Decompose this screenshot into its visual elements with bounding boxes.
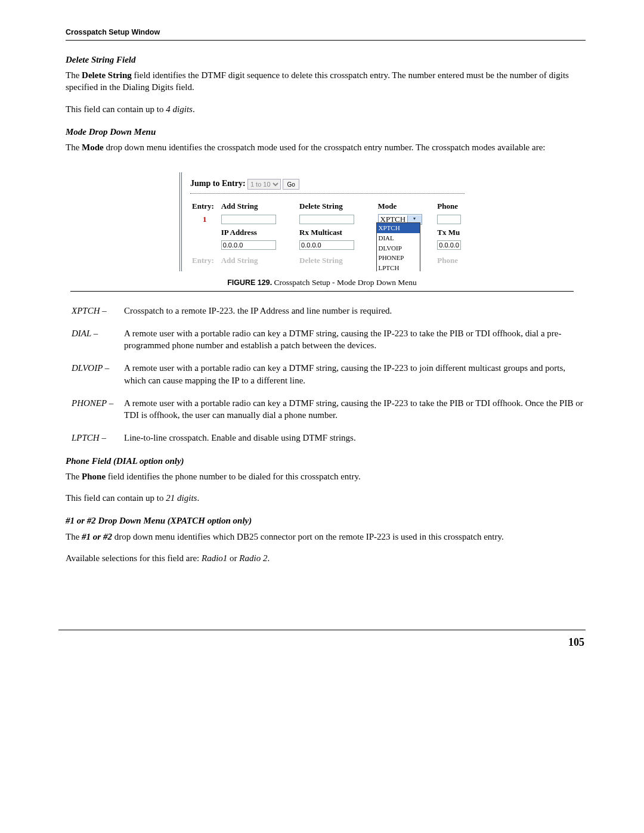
table-row: 1 XPTCH ▾ XPTCH DIAL DLVOIP PHONEP LPTCH: [190, 213, 465, 226]
jump-to-entry-label: Jump to Entry:: [190, 179, 246, 188]
def-row-phonep: PHONEP – A remote user with a portable r…: [72, 397, 586, 422]
table-header-row-grey: Entry: Add String Delete String Mode Pho…: [190, 254, 465, 267]
italic-text: Radio 2: [239, 553, 267, 563]
col-entry: Entry:: [190, 254, 219, 267]
para-phone-2: This field can contain up to 21 digits.: [66, 492, 586, 504]
heading-mode-menu: Mode Drop Down Menu: [66, 126, 586, 138]
table-row: [190, 239, 465, 252]
figure-crosspatch-setup: Jump to Entry: 1 to 10 Go Entry: Add Str…: [179, 172, 465, 271]
def-term: PHONEP –: [72, 397, 124, 422]
table-header-row: Entry: Add String Delete String Mode Pho…: [190, 200, 465, 213]
col-ip-address: IP Address: [219, 226, 298, 239]
figure-caption-text: Crosspatch Setup - Mode Drop Down Menu: [272, 278, 417, 287]
col-rx-multicast: Rx Multicast: [298, 226, 376, 239]
para-onetwo-2: Available selections for this field are:…: [66, 552, 586, 564]
mode-definition-list: XPTCH – Crosspatch to a remote IP-223. t…: [72, 305, 586, 444]
def-desc: A remote user with a portable radio can …: [124, 327, 586, 352]
col-phone: Phone: [435, 254, 465, 267]
mode-option-phonep[interactable]: PHONEP: [377, 253, 420, 263]
col-phone: Phone: [435, 200, 465, 213]
jump-to-entry-row: Jump to Entry: 1 to 10 Go: [190, 178, 465, 190]
delete-string-input[interactable]: [299, 215, 354, 224]
entry-number: 1: [192, 214, 218, 225]
def-row-dial: DIAL – A remote user with a portable rad…: [72, 327, 586, 352]
def-term: LPTCH –: [72, 432, 124, 444]
text: .: [197, 493, 199, 503]
heading-phone-field: Phone Field (DIAL option only): [66, 455, 586, 467]
col-delete-string: Delete String: [298, 254, 376, 267]
def-term: XPTCH –: [72, 305, 124, 317]
mode-option-xptch[interactable]: XPTCH: [377, 223, 420, 233]
mode-option-lptch[interactable]: LPTCH: [377, 263, 420, 271]
italic-text: 4 digits: [166, 104, 193, 114]
go-button[interactable]: Go: [283, 179, 299, 190]
add-string-input[interactable]: [221, 215, 276, 224]
def-desc: Crosspatch to a remote IP-223. the IP Ad…: [124, 305, 586, 317]
para-onetwo-1: The #1 or #2 drop down menu identifies w…: [66, 531, 586, 543]
text: drop down menu identifies which DB25 con…: [112, 532, 504, 541]
text: Available selections for this field are:: [66, 553, 202, 563]
italic-text: Radio1: [202, 553, 227, 563]
col-mode: Mode: [376, 200, 436, 213]
mode-dropdown-list: XPTCH DIAL DLVOIP PHONEP LPTCH: [376, 222, 420, 272]
italic-text: 21 digits: [166, 493, 197, 503]
col-add-string: Add String: [219, 254, 298, 267]
text: This field can contain up to: [66, 104, 166, 114]
para-delete-1: The Delete String field identifies the D…: [66, 69, 586, 94]
def-desc: A remote user with a portable radio can …: [124, 397, 586, 422]
text: field identifies the DTMF digit sequence…: [66, 70, 569, 92]
text: This field can contain up to: [66, 493, 166, 503]
def-row-dlvoip: DLVOIP – A remote user with a portable r…: [72, 362, 586, 386]
text: drop down menu identifies the crosspatch…: [104, 143, 546, 152]
col-tx-multicast: Tx Mu: [435, 226, 465, 239]
heading-one-two-menu: #1 or #2 Drop Down Menu (XPATCH option o…: [66, 515, 586, 527]
page-header: Crosspatch Setup Window: [66, 24, 586, 41]
figure-caption-label: FIGURE 129.: [227, 278, 272, 287]
entry-table: Entry: Add String Delete String Mode Pho…: [190, 200, 465, 267]
text: The: [66, 143, 82, 152]
col-add-string: Add String: [219, 200, 298, 213]
text: .: [267, 553, 270, 563]
col-entry: Entry:: [190, 200, 219, 213]
text: .: [193, 104, 195, 114]
text: The: [66, 472, 82, 481]
def-term: DLVOIP –: [72, 362, 124, 386]
phone-input[interactable]: [437, 215, 461, 224]
def-row-xptch: XPTCH – Crosspatch to a remote IP-223. t…: [72, 305, 586, 317]
jump-to-entry-select[interactable]: 1 to 10: [247, 179, 281, 190]
heading-delete-string: Delete String Field: [66, 54, 586, 66]
caption-rule: [70, 291, 574, 292]
text: field identifies the phone number to be …: [106, 472, 361, 481]
para-delete-2: This field can contain up to 4 digits.: [66, 103, 586, 115]
bold-italic-text: #1 or #2: [82, 532, 112, 541]
def-term: DIAL –: [72, 327, 124, 352]
bold-text: Phone: [82, 472, 106, 481]
mode-option-dlvoip[interactable]: DLVOIP: [377, 243, 420, 253]
def-row-lptch: LPTCH – Line-to-line crosspatch. Enable …: [72, 432, 586, 444]
text: The: [66, 70, 82, 80]
ip-address-input[interactable]: [221, 240, 276, 250]
rx-multicast-input[interactable]: [299, 240, 354, 250]
figure-caption: FIGURE 129. Crosspatch Setup - Mode Drop…: [58, 277, 586, 288]
page-number: 105: [58, 635, 586, 649]
sub-header-row: IP Address Rx Multicast Tx Mu: [190, 226, 465, 239]
tx-multicast-input[interactable]: [437, 240, 461, 250]
divider: [190, 193, 465, 194]
mode-option-dial[interactable]: DIAL: [377, 233, 420, 243]
def-desc: Line-to-line crosspatch. Enable and disa…: [124, 432, 586, 444]
text: or: [227, 553, 239, 563]
para-mode-1: The Mode drop down menu identifies the c…: [66, 141, 586, 153]
para-phone-1: The Phone field identifies the phone num…: [66, 470, 586, 482]
bold-text: Mode: [82, 143, 104, 152]
page-footer: 105: [58, 630, 586, 649]
bold-text: Delete String: [82, 70, 132, 80]
col-delete-string: Delete String: [298, 200, 376, 213]
def-desc: A remote user with a portable radio can …: [124, 362, 586, 386]
text: The: [66, 532, 82, 541]
